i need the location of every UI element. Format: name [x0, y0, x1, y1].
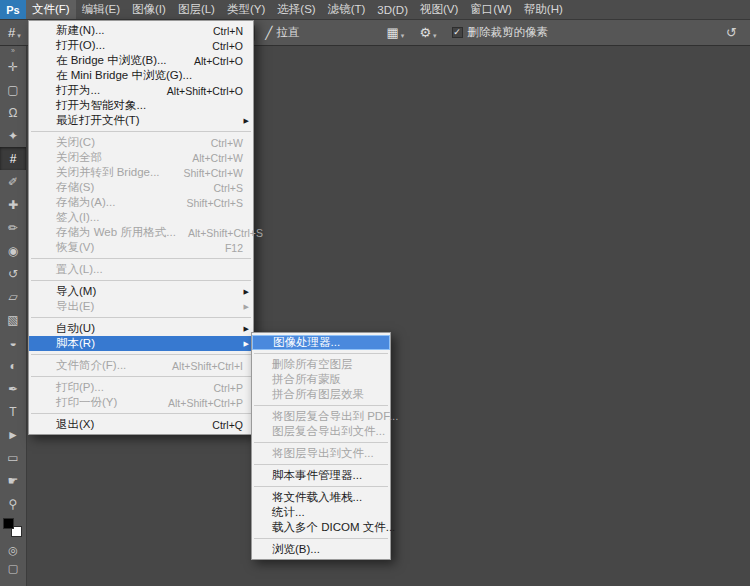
quick-selection-tool[interactable]: ✦ [0, 124, 26, 147]
menu-item-open-as[interactable]: 打开为...Alt+Shift+Ctrl+O [29, 83, 253, 98]
menubar-item[interactable]: 滤镜(T) [322, 0, 372, 19]
menu-item-shortcut: Alt+Shift+Ctrl+S [176, 227, 263, 239]
dodge-tool[interactable]: ◐ [0, 354, 26, 377]
crop-settings-button[interactable]: ⚙ ▾ [416, 25, 439, 40]
menubar-item[interactable]: 视图(V) [414, 0, 464, 19]
menubar-item[interactable]: 图像(I) [126, 0, 172, 19]
delete-cropped-pixels-checkbox[interactable]: ✓ [452, 27, 463, 38]
type-tool[interactable]: T [0, 400, 26, 423]
overlay-options-button[interactable]: ▦ ▾ [384, 25, 408, 40]
menu-item-label: 关闭全部 [56, 150, 102, 165]
submenu-item-statistics[interactable]: 统计... [252, 505, 390, 520]
photoshop-logo: Ps [0, 0, 26, 19]
screen-mode-button[interactable]: ▢ [0, 559, 26, 577]
menu-item-save-for-web[interactable]: 存储为 Web 所用格式...Alt+Shift+Ctrl+S [29, 225, 253, 240]
pen-tool[interactable]: ✒ [0, 377, 26, 400]
submenu-item-layer-comps-to-pdf[interactable]: 将图层复合导出到 PDF... [252, 409, 390, 424]
menu-item-shortcut: Alt+Ctrl+O [182, 55, 243, 67]
menu-item-export[interactable]: 导出(E)▶ [29, 299, 253, 314]
menu-item-save-as[interactable]: 存储为(A)...Shift+Ctrl+S [29, 195, 253, 210]
menu-item-scripts[interactable]: 脚本(R)▶ [29, 336, 253, 351]
blur-tool[interactable]: ◒ [0, 331, 26, 354]
path-selection-tool[interactable]: ► [0, 423, 26, 446]
menu-item-label: 导出(E) [56, 299, 94, 314]
menu-item-exit[interactable]: 退出(X)Ctrl+Q [29, 417, 253, 432]
lasso-tool[interactable]: Ω [0, 101, 26, 124]
hand-tool[interactable]: ☛ [0, 469, 26, 492]
foreground-color-swatch[interactable] [3, 518, 14, 529]
menubar-item[interactable]: 文件(F) [26, 0, 76, 19]
submenu-item-delete-all-empty-layers[interactable]: 删除所有空图层 [252, 357, 390, 372]
gear-icon: ⚙ [419, 26, 431, 39]
shape-tool[interactable]: ▭ [0, 446, 26, 469]
menu-item-shortcut: Ctrl+Q [200, 419, 243, 431]
menu-item-new[interactable]: 新建(N)...Ctrl+N [29, 23, 253, 38]
menu-item-label: 在 Bridge 中浏览(B)... [56, 53, 167, 68]
menu-item-open-recent[interactable]: 最近打开文件(T)▶ [29, 113, 253, 128]
menu-separator [31, 413, 251, 414]
move-tool[interactable]: ✛ [0, 55, 26, 78]
submenu-item-load-multiple-dicom-files[interactable]: 载入多个 DICOM 文件... [252, 520, 390, 535]
toolbar-collapse-control[interactable]: » [0, 46, 26, 55]
eyedropper-tool[interactable]: ✐ [0, 170, 26, 193]
menu-item-shortcut: Shift+Ctrl+W [171, 167, 243, 179]
history-brush-tool[interactable]: ↺ [0, 262, 26, 285]
menu-item-label: 浏览(B)... [272, 542, 320, 557]
clone-stamp-tool[interactable]: ◉ [0, 239, 26, 262]
menu-item-revert[interactable]: 恢复(V)F12 [29, 240, 253, 255]
menu-item-label: 打印(P)... [56, 380, 104, 395]
menu-separator [254, 464, 388, 465]
menu-item-close-and-go-to-bridge[interactable]: 关闭并转到 Bridge...Shift+Ctrl+W [29, 165, 253, 180]
menu-item-browse-in-bridge[interactable]: 在 Bridge 中浏览(B)...Alt+Ctrl+O [29, 53, 253, 68]
menu-separator [31, 280, 251, 281]
submenu-item-flatten-all-layer-effects[interactable]: 拼合所有图层效果 [252, 387, 390, 402]
delete-cropped-pixels-option[interactable]: ✓ 删除裁剪的像素 [452, 25, 549, 40]
menubar-item[interactable]: 类型(Y) [221, 0, 271, 19]
healing-brush-tool[interactable]: ✚ [0, 193, 26, 216]
menu-item-save[interactable]: 存储(S)Ctrl+S [29, 180, 253, 195]
chevron-down-icon: ▾ [433, 32, 437, 39]
menu-item-browse-in-mini-bridge[interactable]: 在 Mini Bridge 中浏览(G)... [29, 68, 253, 83]
menu-item-shortcut: Ctrl+S [202, 182, 243, 194]
menu-item-label: 恢复(V) [56, 240, 94, 255]
submenu-item-export-layers-to-files[interactable]: 将图层导出到文件... [252, 446, 390, 461]
submenu-item-layer-comps-to-files[interactable]: 图层复合导出到文件... [252, 424, 390, 439]
menu-item-label: 打开为... [56, 83, 100, 98]
menubar-item[interactable]: 选择(S) [271, 0, 321, 19]
gradient-tool[interactable]: ▧ [0, 308, 26, 331]
menu-item-open-as-smart-object[interactable]: 打开为智能对象... [29, 98, 253, 113]
menu-item-automate[interactable]: 自动(U)▶ [29, 321, 253, 336]
menu-item-place[interactable]: 置入(L)... [29, 262, 253, 277]
zoom-tool[interactable]: ⚲ [0, 492, 26, 515]
submenu-item-browse[interactable]: 浏览(B)... [252, 542, 390, 557]
straighten-button[interactable]: ╱ 拉直 [265, 25, 299, 40]
brush-tool[interactable]: ✏ [0, 216, 26, 239]
menubar-item[interactable]: 窗口(W) [464, 0, 518, 19]
menu-item-print[interactable]: 打印(P)...Ctrl+P [29, 380, 253, 395]
menubar-item[interactable]: 帮助(H) [518, 0, 569, 19]
marquee-tool[interactable]: ▢ [0, 78, 26, 101]
submenu-item-load-files-into-stack[interactable]: 将文件载入堆栈... [252, 490, 390, 505]
menu-item-close[interactable]: 关闭(C)Ctrl+W [29, 135, 253, 150]
reset-tool-icon[interactable]: ↺ [726, 26, 737, 39]
color-swatches[interactable] [0, 517, 26, 541]
quick-mask-button[interactable]: ◎ [0, 541, 26, 559]
submenu-item-flatten-all-masks[interactable]: 拼合所有蒙版 [252, 372, 390, 387]
menubar-item[interactable]: 图层(L) [172, 0, 221, 19]
menu-item-check-in[interactable]: 签入(I)... [29, 210, 253, 225]
crop-tool[interactable]: # [0, 147, 26, 170]
menubar-item[interactable]: 编辑(E) [76, 0, 126, 19]
menu-item-print-one-copy[interactable]: 打印一份(Y)Alt+Shift+Ctrl+P [29, 395, 253, 410]
menubar-item[interactable]: 3D(D) [371, 0, 414, 19]
menu-item-label: 文件简介(F)... [56, 358, 126, 373]
menu-item-shortcut: Ctrl+O [200, 40, 243, 52]
eraser-tool[interactable]: ▱ [0, 285, 26, 308]
menu-item-close-all[interactable]: 关闭全部Alt+Ctrl+W [29, 150, 253, 165]
menu-item-open[interactable]: 打开(O)...Ctrl+O [29, 38, 253, 53]
menu-item-import[interactable]: 导入(M)▶ [29, 284, 253, 299]
menu-item-file-info[interactable]: 文件简介(F)...Alt+Shift+Ctrl+I [29, 358, 253, 373]
tool-preset-picker[interactable]: # ▾ [5, 25, 24, 40]
submenu-item-image-processor[interactable]: 图像处理器... [252, 335, 390, 350]
submenu-item-script-events-manager[interactable]: 脚本事件管理器... [252, 468, 390, 483]
menu-item-shortcut: Ctrl+W [199, 137, 243, 149]
